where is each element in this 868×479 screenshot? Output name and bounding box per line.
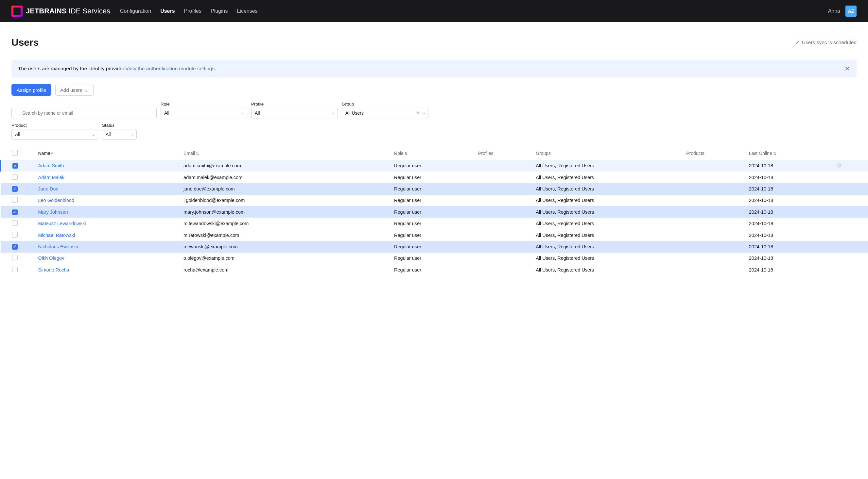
user-name-link[interactable]: Michael Ratowski (38, 233, 75, 238)
header-user-block: Anna AZ (828, 6, 857, 17)
group-filter: Group All Users ✕ ⌄ (342, 102, 428, 118)
email-header[interactable]: Email⇅ (184, 147, 394, 160)
table-row[interactable]: Jane Doejane.doe@example.comRegular user… (1, 183, 868, 195)
nav-item-configuration[interactable]: Configuration (120, 8, 151, 14)
table-row[interactable]: Adam Malekadam.malek@example.comRegular … (1, 172, 868, 183)
auth-settings-link[interactable]: View the authentication module settings (125, 66, 215, 72)
table-row[interactable]: Leo Goldenbloodl.goldenblood@example.com… (1, 195, 868, 206)
row-checkbox[interactable] (12, 220, 18, 226)
user-email: adam.malek@example.com (184, 172, 394, 183)
search-input[interactable] (11, 108, 157, 118)
profile-value: All (255, 110, 260, 116)
nav-item-licenses[interactable]: Licenses (237, 8, 257, 14)
user-role: Regular user (394, 264, 478, 275)
user-profiles (478, 183, 536, 195)
user-profiles (478, 241, 536, 252)
close-icon[interactable]: ✕ (844, 65, 850, 72)
row-checkbox[interactable] (12, 232, 18, 238)
chevron-down-icon: ⌄ (241, 111, 244, 115)
clear-icon[interactable]: ✕ (416, 110, 420, 116)
user-name-link[interactable]: Olkh Olegov (38, 255, 64, 261)
search-wrap (11, 108, 157, 118)
add-users-button[interactable]: Add users ⌄ (55, 84, 94, 96)
table-row[interactable]: Olkh Olegovo.olegov@example.comRegular u… (1, 252, 868, 264)
user-last-online: 2024-10-18 (749, 264, 837, 275)
user-products (686, 217, 749, 229)
user-name-link[interactable]: Mateusz Lewandowski (38, 221, 86, 226)
status-select[interactable]: All ⌄ (102, 129, 137, 139)
profile-select[interactable]: All ⌄ (251, 108, 338, 118)
table-row[interactable]: Mary Johnsonmary.johnson@example.comRegu… (1, 206, 868, 217)
user-last-online: 2024-10-18 (749, 160, 837, 172)
row-checkbox[interactable] (12, 163, 18, 169)
row-checkbox[interactable] (12, 209, 18, 215)
row-actions (837, 195, 868, 206)
row-checkbox[interactable] (12, 197, 18, 203)
last-online-header[interactable]: Last Online⇅ (749, 147, 837, 160)
user-products (686, 264, 749, 275)
group-label: Group (342, 102, 428, 106)
sort-icon: ⇅ (773, 151, 776, 156)
user-groups: All Users, Registered Users (536, 183, 686, 195)
row-checkbox[interactable] (12, 174, 18, 180)
user-role: Regular user (394, 195, 478, 206)
products-header[interactable]: Products (686, 147, 749, 160)
table-row[interactable]: Mateusz Lewandowskim.lewandowski@example… (1, 217, 868, 229)
row-actions (837, 206, 868, 217)
user-name-link[interactable]: Adam Smith (38, 163, 64, 168)
user-name-link[interactable]: Jane Doe (38, 186, 58, 192)
user-profiles (478, 217, 536, 229)
assign-profile-button[interactable]: Assign profile (11, 84, 51, 96)
table-row[interactable]: Michael Ratowskim.ratowski@example.comRe… (1, 229, 868, 241)
user-groups: All Users, Registered Users (536, 217, 686, 229)
user-name-link[interactable]: Nicholaus Ewanski (38, 244, 78, 249)
user-role: Regular user (394, 206, 478, 217)
nav-item-plugins[interactable]: Plugins (211, 8, 228, 14)
groups-header[interactable]: Groups (536, 147, 686, 160)
row-checkbox[interactable] (12, 267, 18, 272)
user-role: Regular user (394, 241, 478, 252)
user-email: m.lewandowski@example.com (184, 217, 394, 229)
avatar[interactable]: AZ (845, 6, 857, 17)
user-name-link[interactable]: Leo Goldenblood (38, 198, 74, 203)
main-nav: ConfigurationUsersProfilesPluginsLicense… (120, 8, 258, 14)
name-header[interactable]: Name^ (38, 147, 184, 160)
table-row[interactable]: Adam Smithadam.smith@example.comRegular … (1, 160, 868, 172)
group-select[interactable]: All Users ✕ ⌄ (342, 108, 428, 118)
group-value: All Users (345, 110, 364, 116)
profile-label: Profile (251, 102, 338, 106)
user-products (686, 183, 749, 195)
user-name-link[interactable]: Simone Rocha (38, 267, 69, 273)
user-products (686, 160, 749, 172)
trash-icon[interactable] (837, 163, 841, 169)
current-user-name[interactable]: Anna (828, 8, 840, 14)
user-products (686, 172, 749, 183)
select-all-checkbox[interactable] (12, 150, 18, 156)
row-actions (837, 183, 868, 195)
row-checkbox[interactable] (12, 255, 18, 261)
profiles-header[interactable]: Profiles (478, 147, 536, 160)
user-role: Regular user (394, 229, 478, 241)
user-profiles (478, 160, 536, 172)
row-checkbox[interactable] (12, 244, 18, 250)
role-header[interactable]: Role⇅ (394, 147, 478, 160)
user-groups: All Users, Registered Users (536, 229, 686, 241)
table-row[interactable]: Nicholaus Ewanskin.ewanski@example.comRe… (1, 241, 868, 252)
user-name-link[interactable]: Mary Johnson (38, 209, 68, 215)
row-checkbox[interactable] (12, 186, 18, 192)
product-select[interactable]: All ⌄ (11, 129, 98, 139)
user-profiles (478, 264, 536, 275)
user-products (686, 252, 749, 264)
user-profiles (478, 206, 536, 217)
role-select[interactable]: All ⌄ (161, 108, 247, 118)
table-row[interactable]: Simone Rocharocha@example.comRegular use… (1, 264, 868, 275)
chevron-down-icon: ⌄ (130, 132, 134, 137)
user-last-online: 2024-10-18 (749, 206, 837, 217)
user-email: mary.johnson@example.com (184, 206, 394, 217)
logo[interactable]: JETBRAINS IDE Services (11, 6, 110, 17)
nav-item-users[interactable]: Users (160, 8, 175, 14)
nav-item-profiles[interactable]: Profiles (184, 8, 202, 14)
user-name-link[interactable]: Adam Malek (38, 175, 64, 180)
actions-row: Assign profile Add users ⌄ (11, 84, 857, 96)
user-products (686, 241, 749, 252)
